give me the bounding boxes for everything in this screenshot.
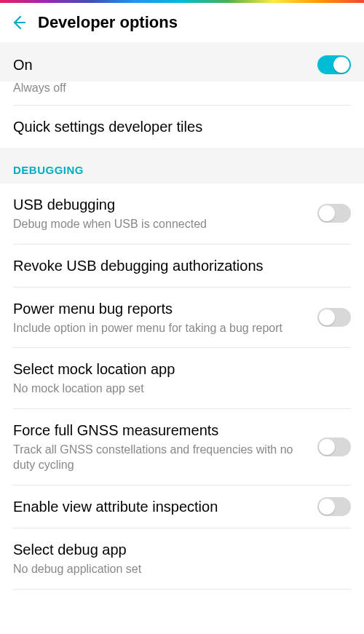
power-menu-toggle[interactable]: [317, 308, 351, 327]
revoke-usb-auth-row[interactable]: Revoke USB debugging authorizations: [0, 245, 364, 287]
power-menu-bug-reports-row[interactable]: Power menu bug reports Include option in…: [0, 288, 364, 348]
gnss-toggle[interactable]: [317, 437, 351, 456]
setting-title: Power menu bug reports: [13, 299, 309, 318]
setting-subtitle: No mock location app set: [13, 381, 342, 397]
quick-settings-tiles-row[interactable]: Quick settings developer tiles: [0, 106, 364, 148]
gnss-measurements-row[interactable]: Force full GNSS measurements Track all G…: [0, 409, 364, 485]
setting-subtitle: Track all GNSS constellations and freque…: [13, 442, 309, 473]
section-header-debugging: DEBUGGING: [0, 148, 364, 183]
setting-title: Select debug app: [13, 540, 342, 559]
toggle-knob: [319, 309, 335, 325]
view-attribute-inspection-row[interactable]: Enable view attribute inspection: [0, 486, 364, 528]
divider: [13, 589, 351, 590]
setting-title: Select mock location app: [13, 360, 342, 379]
back-arrow-icon[interactable]: [9, 14, 26, 31]
toggle-knob: [319, 439, 335, 455]
toggle-knob: [319, 205, 335, 221]
setting-subtitle: Include option in power menu for taking …: [13, 320, 309, 336]
page-title: Developer options: [38, 13, 178, 32]
setting-title: USB debugging: [13, 195, 309, 214]
toggle-knob: [319, 499, 335, 515]
view-attribute-toggle[interactable]: [317, 497, 351, 516]
cutoff-setting-subtitle: Always off: [0, 82, 364, 105]
setting-subtitle: No debug application set: [13, 561, 342, 577]
setting-title: Revoke USB debugging authorizations: [13, 256, 342, 275]
setting-title: Quick settings developer tiles: [13, 117, 342, 136]
setting-title: Enable view attribute inspection: [13, 497, 309, 516]
setting-subtitle: Debug mode when USB is connected: [13, 216, 309, 232]
usb-debugging-row[interactable]: USB debugging Debug mode when USB is con…: [0, 183, 364, 244]
mock-location-row[interactable]: Select mock location app No mock locatio…: [0, 348, 364, 408]
master-toggle-label: On: [13, 57, 33, 74]
toggle-knob: [333, 57, 349, 73]
setting-title: Force full GNSS measurements: [13, 421, 309, 440]
developer-options-master-toggle[interactable]: On: [0, 42, 364, 82]
select-debug-app-row[interactable]: Select debug app No debug application se…: [0, 528, 364, 589]
master-toggle-switch[interactable]: [317, 55, 351, 74]
app-header: Developer options: [0, 3, 364, 42]
usb-debugging-toggle[interactable]: [317, 204, 351, 223]
